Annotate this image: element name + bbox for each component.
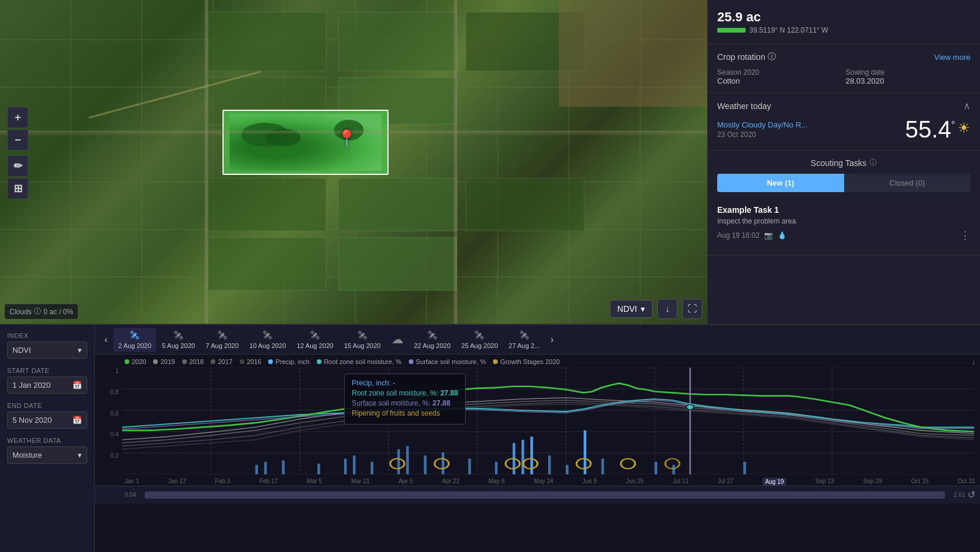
legend-2019: 2019 (153, 358, 174, 365)
scouting-section: Scouting Tasks ⓘ New (1) Closed (0) Exam… (708, 151, 980, 256)
chart-container[interactable]: 1 0.8 0.6 0.4 0.2 (95, 368, 980, 477)
weather-chevron-icon[interactable]: ∧ (963, 100, 971, 111)
satellite-map[interactable]: 📍 (0, 0, 707, 324)
index-select[interactable]: NDVI ▾ (7, 342, 87, 359)
map-panel: 📍 + − ✏ ⊞ Clouds ⓘ 0 ac / 0% (0, 0, 707, 324)
date-item-3[interactable]: 🛰 10 Aug 2020 (244, 328, 291, 352)
date-satellite-icon-8: 🛰 (475, 330, 484, 341)
legend-2017: 2017 (211, 358, 232, 365)
svg-rect-36 (743, 462, 746, 474)
chart-reset-button[interactable]: ↺ (968, 489, 975, 500)
right-panel: 25.9 ac 39.5119° N 122.0711° W Crop rota… (707, 0, 980, 324)
weather-section: Weather today ∧ Mostly Cloudy Day/No R..… (708, 93, 980, 151)
date-item-2[interactable]: 🛰 7 Aug 2020 (201, 328, 244, 352)
legend-dot-2016 (240, 359, 244, 364)
zoom-in-button[interactable]: + (7, 107, 28, 128)
scouting-header: Scouting Tasks ⓘ (717, 158, 971, 168)
date-satellite-icon-2: 🛰 (218, 330, 227, 341)
scrollbar-track[interactable] (145, 492, 945, 499)
download-map-button[interactable]: ↓ (657, 299, 677, 319)
svg-rect-28 (521, 440, 524, 474)
svg-point-42 (621, 459, 635, 469)
date-item-0[interactable]: 🛰 2 Aug 2020 (113, 328, 156, 352)
svg-rect-16 (282, 461, 284, 474)
svg-rect-34 (655, 462, 657, 474)
svg-rect-15 (264, 462, 266, 474)
weather-data-label: Weather Data (7, 437, 87, 444)
date-satellite-icon-4: 🛰 (310, 330, 320, 341)
clouds-info-icon[interactable]: ⓘ (34, 307, 41, 317)
end-date-control: End date 5 Nov 2020 📅 (7, 402, 87, 429)
scouting-info-icon[interactable]: ⓘ (870, 158, 877, 168)
end-date-picker[interactable]: 5 Nov 2020 📅 (7, 411, 87, 429)
start-date-picker[interactable]: 1 Jan 2020 📅 (7, 376, 87, 394)
date-item-1[interactable]: 🛰 5 Aug 2020 (157, 328, 200, 352)
legend-surface-moisture: Surface soil moisture, % (409, 358, 486, 365)
scouting-tabs: New (1) Closed (0) (717, 174, 971, 192)
crop-rotation-section: Crop rotation ⓘ View more Season 2020 Co… (708, 44, 980, 93)
sowing-date: 28.03.2020 (846, 76, 971, 85)
legend-dot-root (317, 359, 322, 364)
crop-rotation-info-icon[interactable]: ⓘ (768, 52, 776, 62)
task-item: Example Task 1 Inspect the problem area … (717, 199, 971, 248)
legend-dot-surface (409, 359, 413, 364)
chart-download-button[interactable]: ↓ (972, 358, 976, 365)
date-item-4[interactable]: 🛰 12 Aug 2020 (292, 328, 338, 352)
crop-rotation-header: Crop rotation ⓘ View more (717, 52, 971, 62)
draw-tool-button[interactable]: ✏ (7, 155, 28, 177)
date-item-8[interactable]: 🛰 25 Aug 2020 (457, 328, 503, 352)
zoom-out-button[interactable]: − (7, 129, 28, 151)
svg-rect-33 (602, 459, 604, 474)
legend-dot-growth (493, 359, 498, 364)
scroll-left-val: 0.04 (125, 492, 142, 498)
weather-description: Mostly Cloudy Day/No R... (717, 120, 807, 129)
date-item-9[interactable]: 🛰 27 Aug 2... (504, 328, 545, 352)
task-more-button[interactable]: ⋮ (960, 229, 971, 242)
x-axis: Jan 1 Jan 17 Feb 3 Feb 17 Mar 5 Mar 21 A… (95, 478, 980, 486)
field-pin: 📍 (336, 129, 357, 148)
selected-field[interactable]: 📍 (222, 110, 389, 175)
date-prev-button[interactable]: ‹ (100, 332, 112, 347)
view-more-link[interactable]: View more (934, 53, 971, 62)
date-item-7[interactable]: 🛰 22 Aug 2020 (409, 328, 456, 352)
svg-rect-20 (371, 462, 373, 474)
weather-right: 55.4° ☀ (905, 116, 971, 143)
date-satellite-icon-1: 🛰 (174, 330, 183, 341)
weather-title: Weather today (717, 101, 771, 111)
date-item-cloud[interactable]: ☁ (387, 330, 408, 350)
weather-sun-icon: ☀ (957, 120, 971, 136)
expand-map-button[interactable]: ⛶ (682, 299, 702, 319)
weather-header: Weather today ∧ (717, 100, 971, 111)
ndvi-controls: NDVI ▾ ↓ ⛶ (610, 299, 702, 319)
clouds-value: 0 ac / 0% (43, 308, 73, 316)
field-size: 25.9 ac (717, 9, 971, 25)
weather-data-select[interactable]: Moisture ▾ (7, 446, 87, 464)
legend-dot-2020 (125, 359, 129, 364)
task-title: Example Task 1 (717, 205, 971, 215)
field-coordinates: 39.5119° N 122.0711° W (749, 26, 828, 34)
date-next-button[interactable]: › (546, 332, 558, 347)
timeline-panel: Index NDVI ▾ Start date 1 Jan 2020 📅 End… (0, 324, 980, 552)
legend-dot-2019 (153, 359, 158, 364)
legend-root-moisture: Root zone soil moisture, % (317, 358, 402, 365)
layers-button[interactable]: ⊞ (7, 178, 28, 199)
chart-svg (122, 368, 974, 474)
svg-rect-14 (255, 465, 257, 474)
tab-new[interactable]: New (1) (717, 174, 844, 192)
index-control: Index NDVI ▾ (7, 332, 87, 359)
date-item-5[interactable]: 🛰 15 Aug 2020 (339, 328, 386, 352)
start-date-label: Start date (7, 367, 87, 374)
task-water-icon: 💧 (778, 231, 787, 240)
legend-2016: 2016 (240, 358, 261, 365)
index-label: Index (7, 332, 87, 339)
scrollbar-thumb[interactable] (145, 492, 945, 499)
task-meta: Aug 19 16:02 📷 💧 ⋮ (717, 229, 971, 242)
svg-rect-17 (317, 464, 320, 474)
svg-rect-21 (397, 449, 400, 474)
task-description: Inspect the problem area (717, 217, 971, 225)
tab-closed[interactable]: Closed (0) (844, 174, 971, 192)
date-satellite-icon-0: 🛰 (130, 330, 139, 341)
legend-precip: Precip, inch (268, 358, 309, 365)
index-chevron-icon: ▾ (78, 346, 82, 355)
ndvi-dropdown[interactable]: NDVI ▾ (610, 300, 653, 318)
